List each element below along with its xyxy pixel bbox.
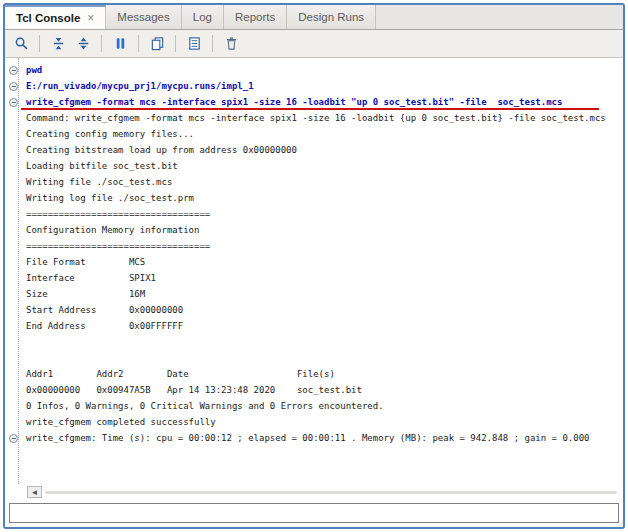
console-line: Interface SPIX1 — [5, 270, 623, 286]
tab-label: Reports — [235, 11, 275, 23]
console-line-text: Interface SPIX1 — [26, 273, 156, 283]
collapse-all-button[interactable] — [47, 33, 69, 55]
console-line-text: End Address 0x00FFFFFF — [26, 321, 183, 331]
console-line-text: Writing file ./soc_test.mcs — [26, 177, 172, 187]
scroll-left-icon: ◄ — [31, 488, 39, 497]
tab-messages[interactable]: Messages — [106, 5, 181, 29]
console-line-text: Creating config memory files... — [26, 129, 194, 139]
toolbar-separator — [175, 35, 176, 52]
console-line: Creating config memory files... — [5, 126, 623, 142]
tab-tcl-console[interactable]: Tcl Console× — [5, 5, 106, 29]
console-line: ================================== — [5, 206, 623, 222]
console-line: write_cfgmem completed successfully — [5, 414, 623, 430]
console-line-text: Start Address 0x00000000 — [26, 305, 183, 315]
console-line — [5, 350, 623, 366]
console-line: write_cfgmem: Time (s): cpu = 00:00:12 ;… — [5, 430, 623, 446]
console-line: ================================== — [5, 238, 623, 254]
console-line: Command: write_cfgmem -format mcs -inter… — [5, 110, 623, 126]
console-line-text: 0x00000000 0x00947A5B Apr 14 13:23:48 20… — [26, 385, 362, 395]
pause-button[interactable] — [109, 33, 131, 55]
console-line: Loading bitfile soc_test.bit — [5, 158, 623, 174]
console-line: Start Address 0x00000000 — [5, 302, 623, 318]
console-line: E:/run_vivado/mycpu_prj1/mycpu.runs/impl… — [5, 78, 623, 94]
scrollbar-track[interactable] — [45, 491, 617, 494]
console-line-text: Command: write_cfgmem -format mcs -inter… — [26, 113, 606, 123]
tab-label: Design Runs — [298, 11, 364, 23]
pause-icon — [113, 36, 128, 51]
console-line: write_cfgmem -format mcs -interface spix… — [5, 94, 623, 110]
command-input-row — [5, 501, 623, 528]
collapse-all-icon — [51, 36, 66, 51]
console-line: 0 Infos, 0 Warnings, 0 Critical Warnings… — [5, 398, 623, 414]
console-line-text: write_cfgmem -format mcs -interface spix… — [26, 97, 562, 107]
collapse-toggle-icon[interactable] — [9, 82, 18, 91]
collapse-toggle-icon[interactable] — [9, 66, 18, 75]
copy-button[interactable] — [146, 33, 168, 55]
copy-icon — [150, 36, 165, 51]
tab-log[interactable]: Log — [182, 5, 224, 29]
console-line-text: File Format MCS — [26, 257, 145, 267]
toolbar-separator — [212, 35, 213, 52]
console-line-text: write_cfgmem completed successfully — [26, 417, 216, 427]
console-line: Writing log file ./soc_test.prm — [5, 190, 623, 206]
console-line: Writing file ./soc_test.mcs — [5, 174, 623, 190]
collapse-toggle-icon[interactable] — [9, 98, 18, 107]
toolbar-separator — [138, 35, 139, 52]
scroll-left-button[interactable]: ◄ — [27, 486, 42, 498]
console-line-text: ================================== — [26, 209, 210, 219]
tab-label: Tcl Console — [16, 12, 80, 24]
close-icon[interactable]: × — [87, 12, 94, 24]
toolbar-separator — [101, 35, 102, 52]
console-line-text: Loading bitfile soc_test.bit — [26, 161, 178, 171]
console-line: Addr1 Addr2 Date File(s) — [5, 366, 623, 382]
tab-bar: Tcl Console×MessagesLogReportsDesign Run… — [5, 5, 623, 30]
horizontal-scrollbar: ◄ — [5, 484, 623, 501]
console-line: Configuration Memory information — [5, 222, 623, 238]
console-output: pwdE:/run_vivado/mycpu_prj1/mycpu.runs/i… — [5, 58, 623, 484]
tcl-console-panel: Tcl Console×MessagesLogReportsDesign Run… — [3, 3, 625, 529]
console-line-text — [26, 337, 31, 347]
console-line-text: ================================== — [26, 241, 210, 251]
console-line: File Format MCS — [5, 254, 623, 270]
report-button[interactable] — [183, 33, 205, 55]
command-input[interactable] — [9, 503, 619, 523]
search-button[interactable] — [10, 33, 32, 55]
console-line-text: Size 16M — [26, 289, 145, 299]
trash-icon — [224, 36, 239, 51]
console-line-text: Creating bitstream load up from address … — [26, 145, 297, 155]
tab-design-runs[interactable]: Design Runs — [287, 5, 376, 29]
console-line — [5, 334, 623, 350]
console-line-text: pwd — [26, 65, 42, 75]
console-line-text: Writing log file ./soc_test.prm — [26, 193, 194, 203]
tab-label: Log — [193, 11, 212, 23]
trash-button[interactable] — [220, 33, 242, 55]
search-icon — [14, 36, 29, 51]
collapse-toggle-icon[interactable] — [9, 434, 18, 443]
expand-all-icon — [76, 36, 91, 51]
tab-reports[interactable]: Reports — [224, 5, 287, 29]
console-line: Creating bitstream load up from address … — [5, 142, 623, 158]
console-line-text — [26, 353, 31, 363]
console-line-text: 0 Infos, 0 Warnings, 0 Critical Warnings… — [26, 401, 384, 411]
tab-label: Messages — [117, 11, 169, 23]
expand-all-button[interactable] — [72, 33, 94, 55]
console-line: Size 16M — [5, 286, 623, 302]
console-line: End Address 0x00FFFFFF — [5, 318, 623, 334]
console-line-text: E:/run_vivado/mycpu_prj1/mycpu.runs/impl… — [26, 81, 254, 91]
console-line: pwd — [5, 62, 623, 78]
toolbar — [5, 30, 623, 58]
console-line-text: Configuration Memory information — [26, 225, 199, 235]
report-icon — [187, 36, 202, 51]
console-line-text: Addr1 Addr2 Date File(s) — [26, 369, 335, 379]
toolbar-separator — [39, 35, 40, 52]
console-line: 0x00000000 0x00947A5B Apr 14 13:23:48 20… — [5, 382, 623, 398]
console-line-text: write_cfgmem: Time (s): cpu = 00:00:12 ;… — [26, 433, 590, 443]
